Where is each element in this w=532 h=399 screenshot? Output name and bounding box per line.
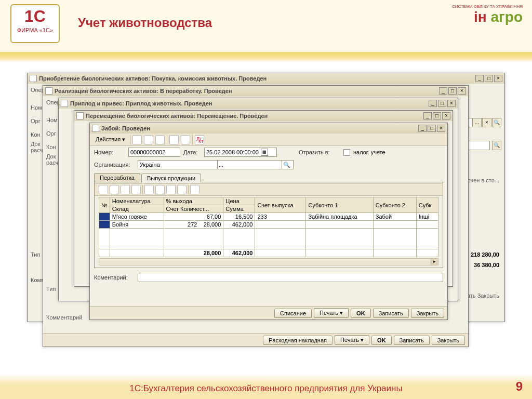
col-nomen[interactable]: Номенклатура (110, 197, 164, 205)
minimize-button[interactable]: _ (423, 112, 432, 119)
footer-text: 1С:Бухгалтерия сельскохозяйственного пре… (0, 383, 532, 394)
total-qty: 28,000 (164, 249, 223, 257)
ellipsis-button[interactable]: ... (217, 161, 224, 169)
label-date: Дата: (183, 149, 201, 155)
col-sum[interactable]: Сумма (223, 205, 255, 213)
grid-down-icon[interactable] (155, 185, 165, 194)
tab-vypusk[interactable]: Выпуск продукции (141, 174, 201, 182)
grid-edit-icon[interactable] (121, 185, 130, 194)
col-price[interactable]: Цена (223, 197, 255, 205)
maximize-button[interactable]: □ (448, 87, 457, 95)
col-sk3[interactable]: Субк (416, 197, 438, 213)
toolbar-icon[interactable] (181, 135, 190, 144)
logo-1c: 1С ФИРМА «1С» (10, 4, 60, 43)
toolbar-icon[interactable] (169, 135, 179, 144)
close-button[interactable]: × (458, 87, 466, 95)
calendar-icon[interactable]: ▦ (261, 149, 268, 156)
grid-sort-icon[interactable] (166, 185, 176, 194)
write-button[interactable]: Записать (394, 336, 430, 345)
actions-menu[interactable]: Действия (93, 135, 128, 144)
amount-total: 36 380,00 (474, 262, 499, 268)
label-reflect: Отразить в: (299, 149, 340, 155)
ghost-label: Кон (46, 144, 56, 150)
button-bar: Расходная накладная Печать ▾ OK Записать… (43, 333, 468, 347)
window-title: Забой: Проведен (101, 125, 418, 131)
amount-total: 218 280,00 (471, 251, 499, 258)
table-row[interactable]: М'ясо говяже 67,00 16,500 233 Забійна пл… (99, 213, 438, 221)
grid-del-icon[interactable] (131, 185, 141, 194)
grid-up-icon[interactable] (144, 185, 154, 194)
grid-add2-icon[interactable] (110, 185, 119, 194)
ellipsis-button[interactable]: ... (472, 118, 482, 127)
label-comment: Коментарий: (94, 274, 135, 281)
ok-button[interactable]: OK (371, 336, 392, 345)
comment-input[interactable] (138, 273, 443, 282)
window-title: Перемещение биологических активов: Перем… (86, 113, 423, 119)
grid-add-icon[interactable] (99, 185, 108, 194)
maximize-button[interactable]: □ (433, 112, 441, 119)
search-button[interactable]: 🔍 (492, 118, 501, 127)
close-button[interactable]: × (437, 125, 445, 132)
search-button[interactable]: 🔍 (492, 141, 501, 150)
toolbar-icon[interactable] (144, 135, 153, 144)
grid-fill-icon[interactable] (190, 185, 200, 194)
spisanie-button[interactable]: Списание (274, 309, 312, 318)
window-title: Приобретение биологических активов: Поку… (39, 75, 475, 82)
table-row[interactable]: Бойня 272 28,000 462,000 (99, 221, 438, 229)
ghost-label: Док (31, 141, 41, 147)
ghost-label: расч (46, 159, 58, 166)
ghost-label: Орг (46, 130, 56, 137)
tab-pererabotka[interactable]: Переработка (94, 173, 140, 182)
window-title: Приплод и привес: Приплод животных. Пров… (70, 100, 429, 107)
label-number: Номер: (94, 149, 125, 155)
close-button[interactable]: Закрыть (411, 309, 444, 318)
col-sk2[interactable]: Субконто 2 (373, 197, 416, 213)
products-grid[interactable]: № Номенклатура % выхода Цена Счет выпуск… (99, 197, 438, 257)
minimize-button[interactable]: _ (439, 87, 447, 95)
grid-sort2-icon[interactable] (177, 185, 187, 194)
close-button[interactable]: Закрыть (432, 336, 465, 345)
toolbar-icon[interactable] (155, 135, 165, 144)
ghost-label: расч (31, 147, 43, 153)
minimize-button[interactable]: _ (429, 100, 437, 107)
ghost-label: Тип (46, 286, 56, 292)
col-pct[interactable]: % выхода (164, 197, 223, 205)
doc-icon (92, 125, 99, 132)
doc-icon (76, 112, 84, 119)
minimize-button[interactable]: _ (418, 125, 427, 132)
ghost-label: Док (46, 153, 56, 159)
search-button[interactable]: 🔍 (282, 161, 291, 169)
maximize-button[interactable]: □ (428, 125, 436, 132)
maximize-button[interactable]: □ (438, 100, 446, 107)
print-button[interactable]: Печать ▾ (335, 335, 369, 345)
maximize-button[interactable]: □ (485, 75, 493, 82)
table-row[interactable] (99, 229, 438, 249)
date-input[interactable]: 25.02.2008 00:00:00▦ (204, 148, 277, 157)
page-number: 9 (516, 379, 523, 394)
grid-toolbar (95, 183, 443, 196)
col-number[interactable]: № (99, 197, 110, 213)
doc-icon (61, 100, 68, 107)
org-input[interactable]: Україна...🔍 (138, 160, 294, 169)
scroll-right[interactable]: ▸ (431, 259, 438, 265)
label-org: Организация: (94, 162, 135, 168)
clear-button[interactable]: × (482, 118, 491, 127)
col-sk1[interactable]: Субконто 1 (306, 197, 373, 213)
number-input[interactable]: 00000000002 (128, 148, 180, 157)
col-acct[interactable]: Счет выпуска (255, 197, 306, 213)
close-button[interactable]: × (494, 75, 502, 82)
total-sum: 462,000 (223, 249, 255, 257)
ghost-label: Комментарий (46, 314, 82, 321)
toolbar-icon[interactable]: ДтКт (195, 135, 204, 144)
toolbar-icon[interactable] (132, 135, 142, 144)
print-button[interactable]: Печать ▾ (314, 308, 349, 318)
close-button[interactable]: × (447, 100, 456, 107)
tax-checkbox[interactable] (343, 149, 350, 156)
ghost-label: Кон (31, 131, 41, 138)
col-sklad[interactable]: Склад (110, 205, 164, 213)
write-button[interactable]: Записать (373, 309, 409, 318)
invoice-button[interactable]: Расходная накладная (263, 336, 332, 345)
minimize-button[interactable]: _ (475, 75, 484, 82)
ok-button[interactable]: OK (351, 309, 371, 318)
close-button[interactable]: × (442, 112, 450, 119)
